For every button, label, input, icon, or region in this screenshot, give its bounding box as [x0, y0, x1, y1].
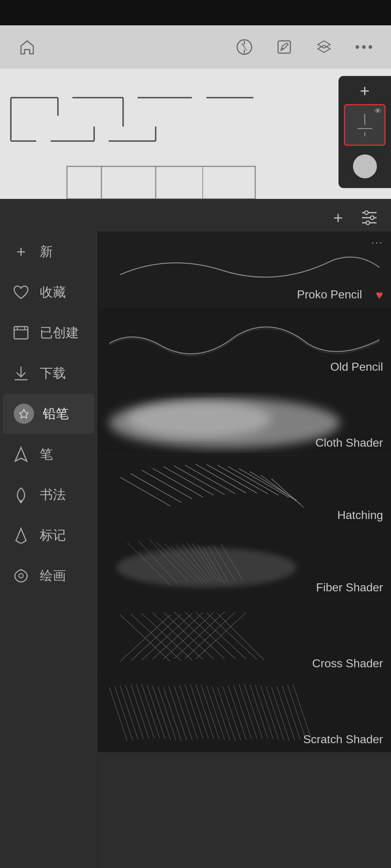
- svg-line-87: [217, 613, 264, 660]
- svg-line-113: [201, 685, 219, 739]
- more-icon: [355, 44, 373, 50]
- svg-line-112: [196, 684, 214, 738]
- svg-marker-8: [318, 45, 330, 52]
- svg-line-97: [115, 686, 133, 740]
- svg-rect-34: [14, 327, 28, 339]
- svg-line-121: [244, 684, 262, 738]
- svg-line-51: [163, 467, 214, 495]
- layers-icon: [315, 38, 333, 56]
- compass-icon: [235, 38, 253, 56]
- sidebar-item-pen[interactable]: 笔: [0, 434, 97, 475]
- layers-button[interactable]: [311, 34, 337, 60]
- sidebar-item-painting[interactable]: 绘画: [0, 556, 97, 596]
- proko-pencil-name: Proko Pencil: [297, 288, 362, 301]
- svg-line-106: [163, 687, 181, 741]
- hatching-name: Hatching: [337, 509, 383, 522]
- toolbar: [0, 25, 391, 69]
- cross-shader-name: Cross Shader: [312, 657, 383, 670]
- svg-point-33: [366, 221, 370, 225]
- sidebar-item-new[interactable]: + 新: [0, 231, 97, 272]
- brush-item-cloth-shader[interactable]: Cloth Shader: [98, 380, 391, 456]
- edit-icon: [275, 38, 293, 56]
- sidebar-item-favorites[interactable]: 收藏: [0, 272, 97, 312]
- home-button[interactable]: [14, 34, 40, 60]
- svg-line-127: [277, 686, 295, 740]
- svg-marker-43: [16, 528, 26, 544]
- color-circle[interactable]: [353, 154, 377, 178]
- marker-label: 标记: [40, 527, 66, 544]
- svg-point-11: [369, 45, 372, 49]
- cloth-shader-name: Cloth Shader: [315, 436, 383, 450]
- download-label: 下载: [40, 365, 66, 382]
- created-icon: [11, 323, 31, 343]
- scratch-shader-name: Scratch Shader: [303, 733, 383, 746]
- layer-panel: + 👁: [339, 76, 391, 188]
- filter-icon: [361, 210, 377, 225]
- favorites-icon: [11, 282, 31, 302]
- svg-point-44: [19, 574, 23, 578]
- brush-list: ··· Proko Pencil ♥ Old Pencil: [98, 231, 391, 868]
- brush-item-proko-pencil[interactable]: ··· Proko Pencil ♥: [98, 231, 391, 307]
- svg-line-103: [147, 685, 165, 739]
- svg-line-116: [217, 687, 235, 741]
- svg-line-50: [152, 468, 203, 497]
- brush-item-old-pencil[interactable]: Old Pencil: [98, 307, 391, 380]
- svg-line-125: [266, 686, 284, 740]
- svg-line-54: [196, 464, 246, 493]
- svg-line-100: [131, 684, 149, 738]
- brush-panel: + + 新: [0, 199, 391, 868]
- svg-line-119: [234, 685, 252, 739]
- brush-item-hatching[interactable]: Hatching: [98, 456, 391, 528]
- brush-more-menu[interactable]: ···: [371, 237, 383, 248]
- sidebar-item-created[interactable]: 已创建: [0, 312, 97, 353]
- sidebar-item-marker[interactable]: 标记: [0, 515, 97, 556]
- add-layer-button[interactable]: +: [360, 82, 370, 99]
- proko-heart-icon[interactable]: ♥: [376, 288, 383, 302]
- svg-line-98: [120, 686, 138, 740]
- svg-line-115: [212, 686, 230, 740]
- svg-line-109: [180, 685, 198, 739]
- svg-line-124: [261, 686, 279, 740]
- new-label: 新: [40, 243, 53, 261]
- svg-line-101: [136, 684, 154, 738]
- compass-button[interactable]: [232, 34, 257, 60]
- svg-line-53: [185, 465, 235, 494]
- sidebar-item-calligraphy[interactable]: 书法: [0, 475, 97, 515]
- add-brush-button[interactable]: +: [327, 207, 349, 229]
- layer-thumbnail[interactable]: 👁: [344, 104, 386, 146]
- pen-label: 笔: [40, 446, 53, 463]
- svg-line-126: [272, 687, 290, 741]
- svg-marker-41: [15, 447, 27, 461]
- download-icon: [11, 363, 31, 383]
- svg-point-77: [117, 548, 297, 587]
- svg-line-96: [109, 687, 127, 741]
- eye-icon: 👁: [374, 107, 382, 115]
- pencil-category-label: 铅笔: [43, 405, 69, 423]
- new-icon: +: [11, 242, 31, 262]
- svg-point-10: [362, 45, 366, 49]
- svg-line-117: [223, 686, 241, 740]
- svg-line-122: [250, 684, 268, 738]
- panel-body: + 新 收藏: [0, 231, 391, 868]
- brush-item-fiber-shader[interactable]: Fiber Shader: [98, 528, 391, 600]
- svg-line-120: [239, 684, 257, 738]
- sidebar-item-download[interactable]: 下载: [0, 353, 97, 393]
- painting-icon: [11, 566, 31, 586]
- more-button[interactable]: [351, 34, 377, 60]
- svg-line-130: [293, 684, 311, 738]
- brush-item-scratch-shader[interactable]: Scratch Shader: [98, 676, 391, 752]
- svg-line-123: [255, 685, 273, 739]
- category-sidebar: + 新 收藏: [0, 231, 98, 868]
- svg-line-111: [190, 684, 209, 738]
- fiber-shader-name: Fiber Shader: [316, 581, 383, 594]
- sidebar-item-pencil[interactable]: 铅笔: [3, 393, 94, 434]
- svg-line-61: [272, 479, 304, 508]
- svg-point-46: [127, 401, 272, 438]
- edit-button[interactable]: [272, 34, 297, 60]
- canvas-area: + 👁: [0, 69, 391, 199]
- brush-item-cross-shader[interactable]: Cross Shader: [98, 600, 391, 676]
- filter-button[interactable]: [358, 207, 380, 229]
- pen-icon: [11, 444, 31, 464]
- svg-line-105: [158, 686, 176, 740]
- svg-point-42: [20, 500, 22, 503]
